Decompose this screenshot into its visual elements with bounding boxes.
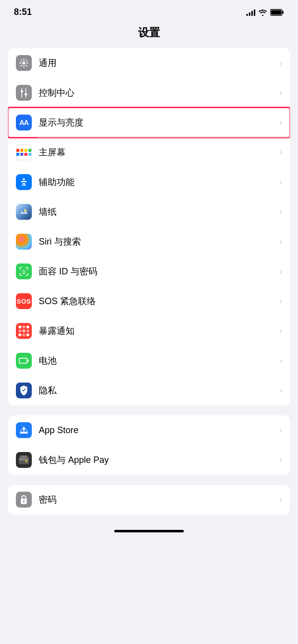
battery-chevron: › — [280, 356, 282, 365]
signal-icon — [246, 9, 255, 16]
svg-rect-21 — [20, 455, 27, 458]
settings-row-display[interactable]: AA 显示与亮度 › — [8, 108, 290, 137]
settings-row-faceid[interactable]: 面容 ID 与密码 › — [8, 257, 290, 286]
status-icons — [246, 9, 284, 16]
settings-row-exposure[interactable]: 暴露通知 › — [8, 316, 290, 346]
siri-icon — [16, 234, 32, 250]
privacy-icon — [16, 383, 32, 398]
settings-row-password[interactable]: 密码 › — [8, 485, 290, 515]
control-center-label: 控制中心 — [39, 87, 276, 99]
accessibility-label: 辅助功能 — [39, 176, 276, 188]
privacy-label: 隐私 — [39, 385, 276, 396]
sos-chevron: › — [280, 297, 282, 306]
display-label: 显示与亮度 — [39, 117, 276, 129]
svg-point-22 — [25, 460, 27, 462]
sos-label: SOS 紧急联络 — [39, 295, 276, 307]
settings-row-home-screen[interactable]: 主屏幕 › — [8, 137, 290, 167]
faceid-chevron: › — [280, 267, 282, 276]
svg-rect-16 — [20, 359, 27, 363]
faceid-label: 面容 ID 与密码 — [39, 265, 276, 277]
settings-row-appstore[interactable]: App Store › — [8, 415, 290, 445]
faceid-icon — [16, 263, 32, 279]
wallet-chevron: › — [280, 455, 282, 464]
general-icon — [16, 55, 32, 71]
appstore-chevron: › — [280, 426, 282, 435]
svg-rect-20 — [19, 458, 28, 460]
settings-row-siri[interactable]: Siri 与搜索 › — [8, 227, 290, 257]
password-chevron: › — [280, 495, 282, 504]
settings-row-privacy[interactable]: 隐私 › — [8, 376, 290, 405]
wallpaper-chevron: › — [280, 207, 282, 216]
settings-row-sos[interactable]: SOS SOS 紧急联络 › — [8, 286, 290, 316]
home-indicator — [114, 530, 184, 532]
display-icon: AA — [16, 115, 32, 130]
exposure-icon — [16, 323, 32, 339]
settings-row-wallet[interactable]: 钱包与 Apple Pay › — [8, 445, 290, 475]
settings-row-accessibility[interactable]: 辅助功能 › — [8, 167, 290, 197]
battery-icon — [270, 9, 284, 16]
settings-group-1: 通用 › 控制中心 › AA 显示与亮度 › — [8, 48, 290, 405]
control-center-chevron: › — [280, 88, 282, 97]
home-screen-label: 主屏幕 — [39, 146, 276, 158]
home-screen-icon — [16, 144, 32, 160]
siri-label: Siri 与搜索 — [39, 236, 276, 248]
privacy-chevron: › — [280, 386, 282, 395]
exposure-label: 暴露通知 — [39, 325, 276, 337]
general-chevron: › — [280, 59, 282, 67]
password-label: 密码 — [39, 494, 276, 506]
svg-rect-1 — [283, 11, 284, 13]
accessibility-icon — [16, 174, 32, 190]
exposure-chevron: › — [280, 326, 282, 335]
page-title: 设置 — [0, 21, 298, 48]
appstore-icon — [16, 422, 32, 438]
wallpaper-label: 墙纸 — [39, 206, 276, 218]
wifi-icon — [258, 9, 267, 16]
status-bar: 8:51 — [0, 0, 298, 21]
svg-point-24 — [23, 501, 25, 502]
battery-settings-icon — [16, 353, 32, 369]
appstore-label: App Store — [39, 425, 276, 436]
wallet-label: 钱包与 Apple Pay — [39, 454, 276, 466]
status-time: 8:51 — [14, 7, 32, 17]
wallet-icon — [16, 452, 32, 468]
settings-row-control-center[interactable]: 控制中心 › — [8, 78, 290, 108]
display-chevron: › — [280, 118, 282, 127]
svg-point-3 — [22, 62, 25, 64]
wallpaper-icon — [16, 204, 32, 220]
control-center-icon — [16, 85, 32, 101]
accessibility-chevron: › — [280, 178, 282, 187]
svg-rect-2 — [271, 10, 282, 14]
settings-row-general[interactable]: 通用 › — [8, 48, 290, 78]
svg-point-10 — [23, 178, 25, 180]
settings-group-2: App Store › 钱包与 Apple Pay › — [8, 415, 290, 475]
siri-chevron: › — [280, 237, 282, 246]
settings-row-battery[interactable]: 电池 › — [8, 346, 290, 376]
home-screen-chevron: › — [280, 148, 282, 157]
settings-group-3: 密码 › — [8, 485, 290, 515]
password-icon — [16, 492, 32, 508]
svg-rect-15 — [28, 359, 29, 362]
settings-row-wallpaper[interactable]: 墙纸 › — [8, 197, 290, 227]
sos-icon: SOS — [16, 293, 32, 309]
battery-label: 电池 — [39, 355, 276, 367]
general-label: 通用 — [39, 57, 276, 69]
